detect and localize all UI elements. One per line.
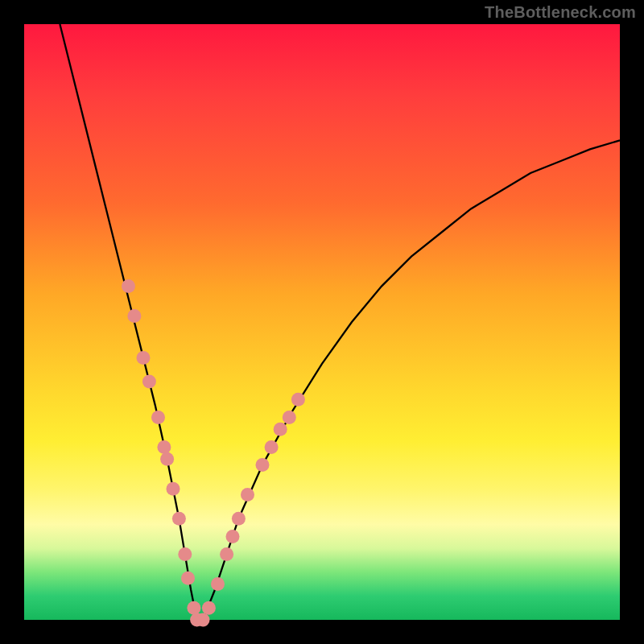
curve-marker bbox=[187, 601, 200, 615]
curve-marker bbox=[274, 423, 287, 436]
curve-marker bbox=[127, 309, 141, 323]
curve-marker bbox=[172, 512, 186, 526]
curve-marker bbox=[196, 613, 210, 627]
curve-marker bbox=[283, 411, 296, 424]
curve-marker bbox=[241, 488, 254, 502]
curve-marker bbox=[202, 601, 216, 615]
curve-marker bbox=[122, 279, 135, 293]
curve-marker bbox=[157, 440, 171, 454]
curve-marker bbox=[142, 375, 156, 389]
curve-marker bbox=[226, 530, 240, 543]
curve-marker bbox=[167, 482, 180, 496]
curve-marker bbox=[160, 452, 174, 466]
curve-marker bbox=[151, 411, 165, 424]
curve-marker bbox=[256, 458, 270, 472]
curve-marker bbox=[220, 547, 233, 561]
curve-marker bbox=[232, 512, 246, 526]
curve-marker bbox=[137, 351, 151, 365]
curve-marker bbox=[291, 393, 305, 407]
curve-marker bbox=[181, 572, 195, 585]
bottleneck-curve bbox=[60, 24, 620, 620]
curve-marker bbox=[178, 547, 192, 561]
curve-marker bbox=[211, 577, 225, 591]
chart-container: TheBottleneck.com bbox=[0, 0, 644, 644]
curve-markers bbox=[122, 279, 305, 626]
watermark-text: TheBottleneck.com bbox=[485, 3, 636, 22]
chart-svg bbox=[24, 24, 620, 620]
curve-marker bbox=[265, 440, 279, 454]
